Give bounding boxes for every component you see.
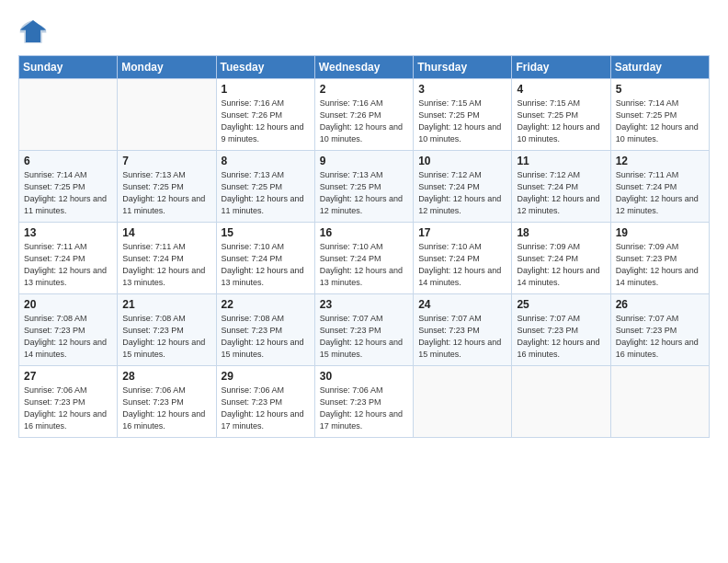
day-header-monday: Monday [118, 56, 216, 79]
day-number: 30 [320, 370, 408, 383]
day-number: 12 [616, 155, 704, 167]
day-info: Sunrise: 7:07 AMSunset: 7:23 PMDaylight:… [320, 313, 408, 361]
day-info: Sunrise: 7:09 AMSunset: 7:24 PMDaylight:… [517, 241, 605, 289]
calendar-cell [118, 79, 216, 151]
calendar-cell: 3Sunrise: 7:15 AMSunset: 7:25 PMDaylight… [414, 79, 512, 151]
calendar-cell: 4Sunrise: 7:15 AMSunset: 7:25 PMDaylight… [512, 79, 610, 151]
calendar-cell: 5Sunrise: 7:14 AMSunset: 7:25 PMDaylight… [610, 79, 709, 151]
calendar: SundayMondayTuesdayWednesdayThursdayFrid… [18, 55, 710, 438]
week-row-1: 1Sunrise: 7:16 AMSunset: 7:26 PMDaylight… [19, 79, 710, 151]
day-number: 16 [320, 226, 408, 239]
day-number: 7 [122, 155, 210, 167]
calendar-cell [512, 366, 610, 438]
day-header-saturday: Saturday [610, 56, 709, 79]
calendar-cell: 15Sunrise: 7:10 AMSunset: 7:24 PMDayligh… [216, 223, 314, 294]
calendar-cell [414, 366, 512, 438]
calendar-cell: 23Sunrise: 7:07 AMSunset: 7:23 PMDayligh… [314, 294, 413, 366]
day-info: Sunrise: 7:14 AMSunset: 7:25 PMDaylight:… [616, 98, 704, 145]
day-number: 8 [222, 155, 310, 167]
day-number: 1 [222, 83, 310, 96]
day-info: Sunrise: 7:11 AMSunset: 7:24 PMDaylight:… [122, 241, 210, 289]
calendar-cell: 25Sunrise: 7:07 AMSunset: 7:23 PMDayligh… [512, 294, 610, 366]
day-info: Sunrise: 7:06 AMSunset: 7:23 PMDaylight:… [222, 385, 310, 432]
calendar-cell: 12Sunrise: 7:11 AMSunset: 7:24 PMDayligh… [610, 151, 709, 223]
logo [18, 17, 50, 46]
day-info: Sunrise: 7:16 AMSunset: 7:26 PMDaylight:… [222, 98, 310, 145]
day-info: Sunrise: 7:08 AMSunset: 7:23 PMDaylight:… [122, 313, 210, 361]
day-header-wednesday: Wednesday [314, 56, 413, 79]
day-info: Sunrise: 7:12 AMSunset: 7:24 PMDaylight:… [418, 169, 506, 217]
day-number: 21 [122, 298, 210, 311]
day-number: 27 [24, 370, 112, 383]
calendar-cell: 6Sunrise: 7:14 AMSunset: 7:25 PMDaylight… [19, 151, 118, 223]
calendar-cell [19, 79, 118, 151]
week-row-5: 27Sunrise: 7:06 AMSunset: 7:23 PMDayligh… [19, 366, 710, 438]
week-row-3: 13Sunrise: 7:11 AMSunset: 7:24 PMDayligh… [19, 223, 710, 294]
calendar-cell: 21Sunrise: 7:08 AMSunset: 7:23 PMDayligh… [118, 294, 216, 366]
calendar-cell: 30Sunrise: 7:06 AMSunset: 7:23 PMDayligh… [314, 366, 413, 438]
day-info: Sunrise: 7:13 AMSunset: 7:25 PMDaylight:… [320, 169, 408, 217]
day-number: 24 [418, 298, 506, 311]
calendar-cell: 11Sunrise: 7:12 AMSunset: 7:24 PMDayligh… [512, 151, 610, 223]
calendar-cell: 27Sunrise: 7:06 AMSunset: 7:23 PMDayligh… [19, 366, 118, 438]
day-info: Sunrise: 7:09 AMSunset: 7:23 PMDaylight:… [616, 241, 704, 289]
day-info: Sunrise: 7:08 AMSunset: 7:23 PMDaylight:… [24, 313, 112, 361]
calendar-cell: 17Sunrise: 7:10 AMSunset: 7:24 PMDayligh… [414, 223, 512, 294]
calendar-cell: 28Sunrise: 7:06 AMSunset: 7:23 PMDayligh… [118, 366, 216, 438]
calendar-cell: 24Sunrise: 7:07 AMSunset: 7:23 PMDayligh… [414, 294, 512, 366]
day-number: 6 [24, 155, 112, 167]
day-info: Sunrise: 7:10 AMSunset: 7:24 PMDaylight:… [418, 241, 506, 289]
day-number: 13 [24, 226, 112, 239]
days-row: SundayMondayTuesdayWednesdayThursdayFrid… [19, 56, 710, 79]
calendar-cell: 14Sunrise: 7:11 AMSunset: 7:24 PMDayligh… [118, 223, 216, 294]
calendar-cell: 10Sunrise: 7:12 AMSunset: 7:24 PMDayligh… [414, 151, 512, 223]
day-info: Sunrise: 7:10 AMSunset: 7:24 PMDaylight:… [222, 241, 310, 289]
day-number: 25 [517, 298, 605, 311]
calendar-cell: 9Sunrise: 7:13 AMSunset: 7:25 PMDaylight… [314, 151, 413, 223]
day-number: 15 [222, 226, 310, 239]
day-info: Sunrise: 7:06 AMSunset: 7:23 PMDaylight:… [122, 385, 210, 432]
calendar-cell: 2Sunrise: 7:16 AMSunset: 7:26 PMDaylight… [314, 79, 413, 151]
calendar-cell: 18Sunrise: 7:09 AMSunset: 7:24 PMDayligh… [512, 223, 610, 294]
day-number: 4 [517, 83, 605, 96]
day-info: Sunrise: 7:07 AMSunset: 7:23 PMDaylight:… [418, 313, 506, 361]
calendar-cell: 1Sunrise: 7:16 AMSunset: 7:26 PMDaylight… [216, 79, 314, 151]
day-number: 23 [320, 298, 408, 311]
day-info: Sunrise: 7:10 AMSunset: 7:24 PMDaylight:… [320, 241, 408, 289]
calendar-header: SundayMondayTuesdayWednesdayThursdayFrid… [19, 56, 710, 79]
calendar-cell: 20Sunrise: 7:08 AMSunset: 7:23 PMDayligh… [19, 294, 118, 366]
week-row-2: 6Sunrise: 7:14 AMSunset: 7:25 PMDaylight… [19, 151, 710, 223]
page: SundayMondayTuesdayWednesdayThursdayFrid… [0, 0, 728, 563]
logo-icon [18, 17, 48, 46]
calendar-cell: 16Sunrise: 7:10 AMSunset: 7:24 PMDayligh… [314, 223, 413, 294]
day-number: 11 [517, 155, 605, 167]
day-number: 18 [517, 226, 605, 239]
day-info: Sunrise: 7:11 AMSunset: 7:24 PMDaylight:… [24, 241, 112, 289]
calendar-cell: 29Sunrise: 7:06 AMSunset: 7:23 PMDayligh… [216, 366, 314, 438]
day-info: Sunrise: 7:07 AMSunset: 7:23 PMDaylight:… [616, 313, 704, 361]
day-number: 28 [122, 370, 210, 383]
day-number: 17 [418, 226, 506, 239]
calendar-cell: 22Sunrise: 7:08 AMSunset: 7:23 PMDayligh… [216, 294, 314, 366]
day-info: Sunrise: 7:06 AMSunset: 7:23 PMDaylight:… [320, 385, 408, 432]
day-number: 10 [418, 155, 506, 167]
calendar-cell: 8Sunrise: 7:13 AMSunset: 7:25 PMDaylight… [216, 151, 314, 223]
day-info: Sunrise: 7:11 AMSunset: 7:24 PMDaylight:… [616, 169, 704, 217]
day-number: 29 [222, 370, 310, 383]
calendar-cell: 7Sunrise: 7:13 AMSunset: 7:25 PMDaylight… [118, 151, 216, 223]
day-info: Sunrise: 7:08 AMSunset: 7:23 PMDaylight:… [222, 313, 310, 361]
day-info: Sunrise: 7:16 AMSunset: 7:26 PMDaylight:… [320, 98, 408, 145]
calendar-body: 1Sunrise: 7:16 AMSunset: 7:26 PMDaylight… [19, 79, 710, 438]
header [18, 17, 710, 46]
day-number: 20 [24, 298, 112, 311]
day-info: Sunrise: 7:06 AMSunset: 7:23 PMDaylight:… [24, 385, 112, 432]
week-row-4: 20Sunrise: 7:08 AMSunset: 7:23 PMDayligh… [19, 294, 710, 366]
day-info: Sunrise: 7:15 AMSunset: 7:25 PMDaylight:… [418, 98, 506, 145]
day-info: Sunrise: 7:07 AMSunset: 7:23 PMDaylight:… [517, 313, 605, 361]
day-header-thursday: Thursday [414, 56, 512, 79]
day-header-tuesday: Tuesday [216, 56, 314, 79]
day-info: Sunrise: 7:13 AMSunset: 7:25 PMDaylight:… [122, 169, 210, 217]
calendar-cell: 26Sunrise: 7:07 AMSunset: 7:23 PMDayligh… [610, 294, 709, 366]
day-header-sunday: Sunday [19, 56, 118, 79]
day-number: 2 [320, 83, 408, 96]
